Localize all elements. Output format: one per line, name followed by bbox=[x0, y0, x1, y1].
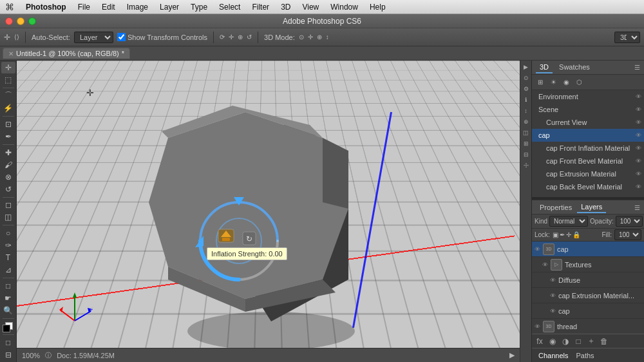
transform-tool-icon[interactable]: ⟨⟩ bbox=[14, 33, 19, 41]
3d-mode-icon3[interactable]: ⊕ bbox=[317, 33, 322, 41]
lock-position-icon[interactable]: ✛ bbox=[566, 231, 571, 238]
delete-layer-button[interactable]: 🗑 bbox=[599, 336, 609, 347]
3d-dropdown[interactable]: 3D bbox=[614, 32, 640, 43]
3d-tool9[interactable]: ⊟ bbox=[521, 149, 531, 160]
maximize-button[interactable] bbox=[28, 17, 36, 25]
new-layer-button[interactable]: ＋ bbox=[586, 336, 596, 347]
blend-mode-select[interactable]: Normal Multiply Screen bbox=[549, 216, 588, 227]
3d-tool3[interactable]: ⚙ bbox=[521, 84, 531, 94]
fill-select[interactable]: 100% bbox=[614, 229, 641, 240]
3d-rotate-icon[interactable]: ⟳ bbox=[220, 33, 225, 41]
menu-file[interactable]: File bbox=[73, 1, 95, 13]
3d-zoom-icon[interactable]: ⊕ bbox=[238, 33, 243, 41]
lasso-tool[interactable]: ⌒ bbox=[1, 90, 15, 102]
tree-item-4[interactable]: cap Front Inflation Material👁 bbox=[532, 142, 644, 155]
3d-mode-icon1[interactable]: ⊙ bbox=[299, 33, 304, 41]
layer-item-1[interactable]: 👁▷Textures bbox=[532, 257, 644, 272]
minimize-button[interactable] bbox=[17, 17, 24, 25]
history-brush[interactable]: ↺ bbox=[1, 184, 15, 195]
tree-item-6[interactable]: cap Extrusion Material👁 bbox=[532, 167, 644, 180]
auto-select-dropdown[interactable]: Layer Group bbox=[74, 32, 113, 43]
layer-vis-2[interactable]: 👁 bbox=[550, 277, 556, 283]
scene-filter-materials[interactable]: ◉ bbox=[560, 77, 572, 88]
layer-vis-4[interactable]: 👁 bbox=[550, 308, 556, 314]
3d-roll-icon[interactable]: ↺ bbox=[247, 33, 252, 41]
menu-layer[interactable]: Layer bbox=[155, 1, 184, 13]
menu-help[interactable]: Help bbox=[365, 1, 391, 13]
doc-tab-close[interactable]: ✕ bbox=[8, 50, 14, 57]
tree-item-5[interactable]: cap Front Bevel Material👁 bbox=[532, 155, 644, 167]
document-tab[interactable]: ✕ Untitled-1 @ 100% (cap, RGB/8) * bbox=[3, 48, 130, 59]
layer-item-3[interactable]: 👁cap Extrusion Material... bbox=[532, 288, 644, 303]
crop-tool[interactable]: ⊡ bbox=[1, 119, 15, 130]
menu-image[interactable]: Image bbox=[122, 1, 153, 13]
visibility-icon-5[interactable]: 👁 bbox=[636, 158, 641, 164]
tab-properties[interactable]: Properties bbox=[536, 202, 576, 213]
mode-fullscreen[interactable]: ⊟ bbox=[1, 349, 15, 361]
tree-item-3[interactable]: cap👁 bbox=[532, 129, 644, 142]
visibility-icon-0[interactable]: 👁 bbox=[636, 93, 641, 100]
move-tool[interactable]: ✛ bbox=[1, 62, 15, 73]
scene-filter-meshes[interactable]: ⬡ bbox=[573, 77, 585, 88]
canvas-area[interactable]: ↻ Inflation Strength: 0.00 ✛ bbox=[17, 61, 520, 348]
tab-swatches[interactable]: Swatches bbox=[555, 62, 594, 73]
panel-menu-icon[interactable]: ☰ bbox=[634, 64, 640, 71]
tab-paths[interactable]: Paths bbox=[572, 350, 598, 361]
tab-layers[interactable]: Layers bbox=[577, 202, 606, 213]
layer-vis-0[interactable]: 👁 bbox=[535, 246, 540, 252]
3d-tool7[interactable]: ◫ bbox=[521, 128, 531, 138]
3d-pan-icon[interactable]: ✛ bbox=[229, 33, 234, 41]
visibility-icon-1[interactable]: 👁 bbox=[636, 106, 641, 113]
gradient-tool[interactable]: ◫ bbox=[1, 211, 15, 223]
scene-filter-lights[interactable]: ☀ bbox=[547, 77, 559, 88]
apple-menu[interactable]: ⌘ bbox=[5, 2, 14, 12]
eraser-tool[interactable]: ◻ bbox=[1, 199, 15, 211]
layer-item-4[interactable]: 👁cap bbox=[532, 303, 644, 319]
tree-item-0[interactable]: Environment👁 bbox=[532, 90, 644, 103]
tab-3d[interactable]: 3D bbox=[536, 62, 553, 73]
menu-filter[interactable]: Filter bbox=[247, 1, 274, 13]
tree-item-2[interactable]: Current View👁 bbox=[532, 116, 644, 129]
move-tool-icon[interactable]: ✛ bbox=[4, 33, 10, 42]
tree-item-7[interactable]: cap Back Bevel Material👁 bbox=[532, 180, 644, 193]
3d-tool4[interactable]: ℹ bbox=[521, 95, 531, 105]
layer-group-button[interactable]: □ bbox=[573, 336, 583, 347]
layer-item-0[interactable]: 👁3Dcap bbox=[532, 242, 644, 257]
menu-select[interactable]: Select bbox=[214, 1, 245, 13]
menu-type[interactable]: Type bbox=[185, 1, 213, 13]
type-tool[interactable]: T bbox=[1, 252, 15, 263]
layer-vis-3[interactable]: 👁 bbox=[550, 292, 556, 299]
layer-vis-5[interactable]: 👁 bbox=[535, 323, 540, 330]
3d-tool6[interactable]: ⊕ bbox=[521, 117, 531, 127]
heal-tool[interactable]: ✚ bbox=[1, 147, 15, 158]
layer-item-5[interactable]: 👁3Dthread bbox=[532, 319, 644, 334]
lock-image-icon[interactable]: ✒ bbox=[560, 231, 565, 238]
tree-item-1[interactable]: Scene👁 bbox=[532, 103, 644, 116]
close-button[interactable] bbox=[5, 17, 13, 25]
stamp-tool[interactable]: ⊗ bbox=[1, 171, 15, 183]
path-tool[interactable]: ⊿ bbox=[1, 264, 15, 276]
brush-tool[interactable]: 🖌 bbox=[1, 159, 15, 171]
visibility-icon-7[interactable]: 👁 bbox=[636, 184, 641, 190]
magic-wand-tool[interactable]: ⚡ bbox=[1, 102, 15, 114]
lock-transparent-icon[interactable]: ▣ bbox=[553, 231, 558, 238]
transform-controls-checkbox[interactable] bbox=[117, 33, 126, 41]
dodge-tool[interactable]: ○ bbox=[1, 227, 15, 239]
layer-vis-1[interactable]: 👁 bbox=[542, 262, 548, 268]
zoom-tool[interactable]: 🔍 bbox=[1, 305, 15, 316]
visibility-icon-2[interactable]: 👁 bbox=[636, 119, 641, 126]
layer-adjustment-button[interactable]: ◑ bbox=[560, 336, 571, 347]
3d-tool10[interactable]: ☩ bbox=[521, 160, 531, 171]
transform-controls-label[interactable]: Show Transform Controls bbox=[117, 33, 207, 41]
3d-tool1[interactable]: ▶ bbox=[521, 62, 531, 72]
lock-all-icon[interactable]: 🔒 bbox=[573, 231, 580, 238]
selection-tool[interactable]: ⬚ bbox=[1, 74, 15, 86]
color-swatches[interactable] bbox=[1, 321, 15, 332]
layers-menu-icon[interactable]: ☰ bbox=[634, 204, 640, 211]
pen-tool[interactable]: ✑ bbox=[1, 240, 15, 251]
layer-mask-button[interactable]: ◉ bbox=[547, 336, 558, 347]
menu-view[interactable]: View bbox=[297, 1, 324, 13]
shape-tool[interactable]: □ bbox=[1, 280, 15, 292]
3d-tool8[interactable]: ⊞ bbox=[521, 138, 531, 149]
scene-filter-all[interactable]: ⊞ bbox=[535, 77, 546, 88]
